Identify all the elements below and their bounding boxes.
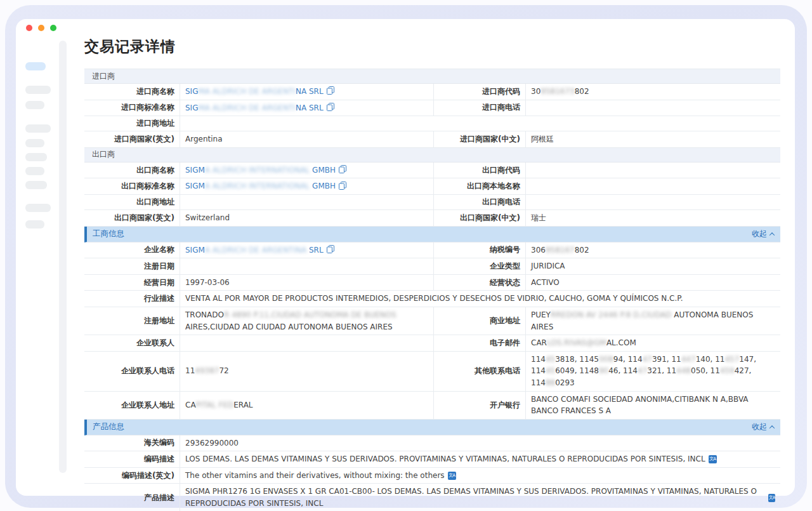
field-value-text: 阿根廷 [531,133,554,145]
translate-icon[interactable]: 文A [768,494,775,502]
field-value-text: TRONADOR 4890 P.11,CIUDAD AUTONOMA DE BU… [185,309,428,333]
company-link[interactable]: SIGM [185,166,205,175]
table-row: 行业描述VENTA AL POR MAYOR DE PRODUCTOS INTE… [84,291,780,307]
field-value: JURIDICA [525,258,780,274]
field-label: 企业类型 [433,258,525,274]
field-label: 企业名称 [84,242,180,258]
sidebar-item[interactable] [25,86,51,94]
field-label: 进口商地址 [84,116,180,131]
sidebar-item[interactable] [25,181,47,189]
redacted-text: 008 [599,355,613,364]
value-text: ERAL [233,401,252,409]
table-row: 产品描述SIGMA PHR1276 1G ENVASES X 1 GR CA01… [84,484,780,511]
value-text: 瑞士 [531,213,546,222]
minimize-window-button[interactable] [38,25,44,31]
value-text: VENTA AL POR MAYOR DE PRODUCTOS INTERMED… [185,294,683,303]
company-link[interactable]: GMBH [310,182,336,190]
field-value: SIGMA ALDRICH DE ARGENTINA SRL [180,242,433,258]
redacted-text: 47 [638,366,647,375]
value-text: CAR [531,338,547,347]
table-row: 进口商地址 [84,116,780,131]
field-value-text: The other vitamins and their derivatives… [185,470,445,482]
field-value [525,178,780,194]
value-text: The other vitamins and their derivatives… [185,471,445,480]
redacted-text: 45 [546,366,555,375]
field-value-text: 29362990000 [185,437,239,449]
company-link[interactable]: SIGM [185,182,205,190]
field-label: 出口商本地名称 [433,178,525,194]
sidebar-item[interactable] [25,153,47,161]
sidebar-item[interactable] [25,124,51,133]
field-value: 29362990000 [180,435,780,451]
value-text: JURIDICA [531,262,565,270]
copy-icon[interactable] [327,245,334,255]
copy-icon[interactable] [327,103,334,113]
value-text: 802 [575,87,589,96]
sidebar-item[interactable] [25,139,44,147]
redacted-text: 459 [720,366,735,375]
field-value: SIGMA ALDRICH DE ARGENTINA SRL [180,84,433,100]
collapse-button[interactable]: 收起 [752,229,774,239]
field-value: SIGMA PHR1276 1G ENVASES X 1 GR CA01-CB0… [180,484,780,511]
collapse-button[interactable]: 收起 [752,421,774,432]
company-link[interactable]: SIG [185,87,198,96]
field-label: 电子邮件 [433,335,525,351]
sidebar-item[interactable] [25,220,44,229]
table-row: 编码描述LOS DEMAS. LAS DEMAS VITAMINAS Y SUS… [84,451,780,468]
close-window-button[interactable] [26,25,32,31]
field-label: 编码描述(英文) [84,468,180,484]
value-text: Switzerland [185,213,230,222]
translate-icon[interactable]: 文A [448,472,456,480]
table-row: 经营日期1997-03-06经营状态ACTIVO [84,275,780,291]
copy-icon[interactable] [339,182,346,192]
section-header-exporter: 出口商 [84,148,780,163]
company-link[interactable]: GMBH [310,166,336,175]
field-value-text: SIGMA ALDRICH DE ARGENTINA SRL [185,244,324,256]
sidebar-item[interactable] [25,204,51,212]
field-value [525,163,780,178]
field-label: 注册地址 [84,307,180,335]
table-row: 企业联系人电话114938772其他联系电话114453818, 1145008… [84,352,780,392]
value-text: 3818, 1145 [555,355,599,364]
company-link[interactable]: SRL [306,246,323,255]
field-label: 产品描述 [84,484,180,511]
sidebar-item-active[interactable] [25,62,46,70]
sidebar-item[interactable] [25,167,44,175]
company-link[interactable]: NA SRL [296,87,324,96]
copy-icon[interactable] [327,86,334,96]
table-row: 进口商名称SIGMA ALDRICH DE ARGENTINA SRL进口商代码… [84,84,780,100]
value-text: 阿根廷 [531,135,554,143]
value-text: AIRES,CIUDAD AD CIUDAD AUTONOMA BUENOS A… [185,322,393,331]
redacted-text: 448 [676,366,691,375]
field-label: 企业联系人地址 [84,392,180,419]
field-label: 进口商标准名称 [84,100,180,116]
collapse-label: 收起 [752,421,767,432]
field-value: TRONADOR 4890 P.11,CIUDAD AUTONOMA DE BU… [180,307,433,335]
value-text: 050, 11 [691,366,720,375]
value-text: 29362990000 [185,439,239,448]
field-value: SIGMA ALDRICH INTERNATIONAL GMBH [180,178,433,194]
field-value: 114938772 [180,352,433,391]
field-value: 114453818, 114500894, 11447391, 11447140… [525,352,780,391]
field-value [180,335,433,351]
redacted-text: 9581673 [540,87,574,96]
collapse-chevron-icon [769,232,775,237]
copy-icon[interactable] [339,165,346,175]
field-value [180,195,433,209]
translate-icon[interactable]: 文A [709,455,717,463]
field-label: 企业联系人电话 [84,352,180,391]
redacted-text: 49387 [195,366,219,375]
company-link[interactable]: SIG [185,103,198,112]
field-value: 309581673802 [525,84,780,100]
field-value [180,258,433,274]
field-value-text: CAPITAL FEDERAL [185,399,253,411]
sidebar-item[interactable] [25,101,44,109]
company-link[interactable]: SIGM [185,246,205,255]
page-background: 交易记录详情 进口商进口商名称SIGMA ALDRICH DE ARGENTIN… [0,0,812,511]
field-value: SIGMA ALDRICH DE ARGENTINA SRL [180,100,433,116]
company-link[interactable]: NA SRL [296,103,324,112]
table-row: 海关编码29362990000 [84,435,780,452]
maximize-window-button[interactable] [50,25,56,31]
redacted-text: 45 [546,355,555,364]
value-text: 11 [185,366,195,375]
